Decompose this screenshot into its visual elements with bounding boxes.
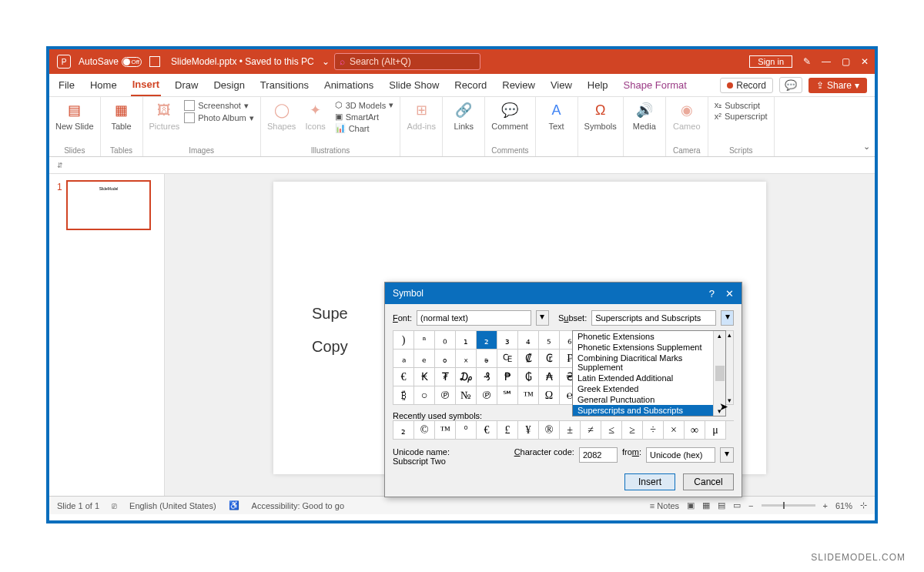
subset-option[interactable]: Greek Extended [573,383,725,394]
pictures-button[interactable]: 🖼Pictures [149,100,180,131]
search-input[interactable]: ⌕ Search (Alt+Q) [334,53,480,70]
recent-symbol-cell[interactable]: ≥ [622,421,643,440]
recent-symbol-cell[interactable]: £ [497,421,518,440]
symbol-cell[interactable]: ₭ [414,368,435,386]
symbol-cell[interactable]: ₐ [393,350,414,368]
symbol-cell[interactable]: ○ [414,386,435,405]
comment-button[interactable]: 💬Comment [491,100,528,131]
autosave-toggle[interactable]: AutoSave Off [79,56,142,67]
symbol-grid-scrollbar[interactable]: ▴▾ [726,330,734,405]
symbol-cell[interactable]: ₡ [518,350,539,368]
symbol-cell[interactable]: № [456,386,477,405]
help-icon[interactable]: ? [709,288,715,299]
collapse-ribbon-icon[interactable]: ⌄ [863,142,870,152]
symbol-cell[interactable]: ₀ [435,331,456,350]
3d-models-button[interactable]: ⬡ 3D Models ▾ [335,100,394,110]
comments-toggle-button[interactable]: 💬 [779,77,802,93]
icons-button[interactable]: ✦Icons [301,100,330,131]
zoom-in-icon[interactable]: + [823,501,828,510]
toggle-icon[interactable]: Off [122,57,142,67]
symbol-cell[interactable]: ₮ [435,368,456,386]
file-name[interactable]: SlideModel.pptx • Saved to this PC [171,56,314,67]
subset-dropdown-icon[interactable]: ▾ [721,310,734,326]
symbol-cell[interactable]: ₰ [477,368,497,386]
recent-symbol-cell[interactable]: ∞ [685,421,705,440]
symbol-cell[interactable]: ℠ [497,386,518,405]
symbol-cell[interactable]: ⁿ [414,331,435,350]
symbol-cell[interactable]: ₠ [497,350,518,368]
tab-animations[interactable]: Animations [323,75,375,95]
tab-insert[interactable]: Insert [131,74,161,96]
links-button[interactable]: 🔗Links [449,100,478,131]
status-slide-count[interactable]: Slide 1 of 1 [57,501,99,510]
maximize-icon[interactable]: ▢ [842,56,850,67]
recent-symbol-cell[interactable]: ÷ [643,421,664,440]
reading-view-icon[interactable]: ▤ [718,500,725,510]
slide-thumbnail-1[interactable]: 1 SlideModel [66,180,151,230]
close-icon[interactable]: ✕ [861,56,869,67]
cancel-button[interactable]: Cancel [683,473,734,490]
photo-album-button[interactable]: Photo Album ▾ [184,112,253,123]
tab-help[interactable]: Help [586,75,610,95]
symbol-cell[interactable]: ₢ [539,350,560,368]
symbol-cell[interactable]: ₓ [456,350,477,368]
subset-option[interactable]: General Punctuation [573,394,725,405]
save-icon[interactable] [149,56,160,67]
subset-option[interactable]: Phonetic Extensions [573,331,725,342]
shapes-button[interactable]: ◯Shapes [267,100,296,131]
from-select[interactable] [646,447,715,463]
symbol-cell[interactable]: ₃ [497,331,518,350]
symbol-cell[interactable]: ₑ [414,350,435,368]
status-zoom[interactable]: 61% [835,501,852,510]
recent-symbol-cell[interactable]: ± [560,421,581,440]
text-button[interactable]: AText [542,100,571,131]
symbol-cell[interactable]: ₒ [435,350,456,368]
screenshot-button[interactable]: Screenshot ▾ [184,100,253,111]
new-slide-button[interactable]: ▤New Slide [55,100,94,131]
slideshow-view-icon[interactable]: ▭ [733,500,741,510]
fit-icon[interactable]: ⊹ [860,500,867,510]
pen-icon[interactable]: ✎ [803,56,811,67]
recent-symbol-cell[interactable]: ™ [435,421,456,440]
dialog-titlebar[interactable]: Symbol ? ✕ [385,283,742,304]
cameo-button[interactable]: ◉Cameo [672,100,701,131]
tab-shape-format[interactable]: Shape Format [622,75,688,95]
recent-symbol-cell[interactable]: × [664,421,685,440]
symbol-cell[interactable]: ₂ [477,331,497,350]
subset-option[interactable]: Phonetic Extensions Supplement [573,342,725,353]
zoom-slider[interactable] [762,504,815,507]
symbol-cell[interactable]: ₳ [539,368,560,386]
tab-file[interactable]: File [57,75,76,95]
symbol-cell[interactable]: ₄ [518,331,539,350]
font-dropdown-icon[interactable]: ▾ [536,310,549,326]
symbol-cell[interactable]: ₲ [518,368,539,386]
dialog-close-icon[interactable]: ✕ [725,288,734,299]
sign-in-button[interactable]: Sign in [749,55,792,68]
qat-expand-icon[interactable]: ⇵ [57,162,63,169]
addins-button[interactable]: ⊞Add-ins [407,100,436,131]
subset-option[interactable]: Latin Extended Additional [573,373,725,383]
subscript-button[interactable]: x₂ Subscript [715,100,768,110]
tab-transitions[interactable]: Transitions [259,75,310,95]
subset-option[interactable]: Superscripts and Subscripts [573,405,725,416]
subset-option[interactable]: Combining Diacritical Marks Supplement [573,353,725,373]
recent-symbol-cell[interactable]: © [414,421,435,440]
recent-symbol-cell[interactable]: ® [539,421,560,440]
subset-select[interactable] [591,310,716,326]
recent-symbols-grid[interactable]: ₂©™°€£¥®±≠≤≥÷×∞μ [393,420,734,440]
symbol-cell[interactable]: ℗ [435,386,456,405]
tab-view[interactable]: View [549,75,574,95]
symbol-cell[interactable]: ₔ [477,350,497,368]
symbol-cell[interactable]: ₯ [456,368,477,386]
from-dropdown-icon[interactable]: ▾ [720,447,734,463]
recent-symbol-cell[interactable]: ° [456,421,477,440]
font-select[interactable] [417,310,531,326]
chevron-down-icon[interactable]: ⌄ [322,56,330,67]
recent-symbol-cell[interactable]: ₂ [393,421,414,440]
record-button[interactable]: Record [720,78,773,93]
thumbnail-panel[interactable]: 1 SlideModel [49,174,165,496]
normal-view-icon[interactable]: ▣ [687,500,695,510]
symbol-cell[interactable]: ℗ [477,386,497,405]
smartart-button[interactable]: ▣ SmartArt [335,112,394,122]
media-button[interactable]: 🔊Media [630,100,659,131]
